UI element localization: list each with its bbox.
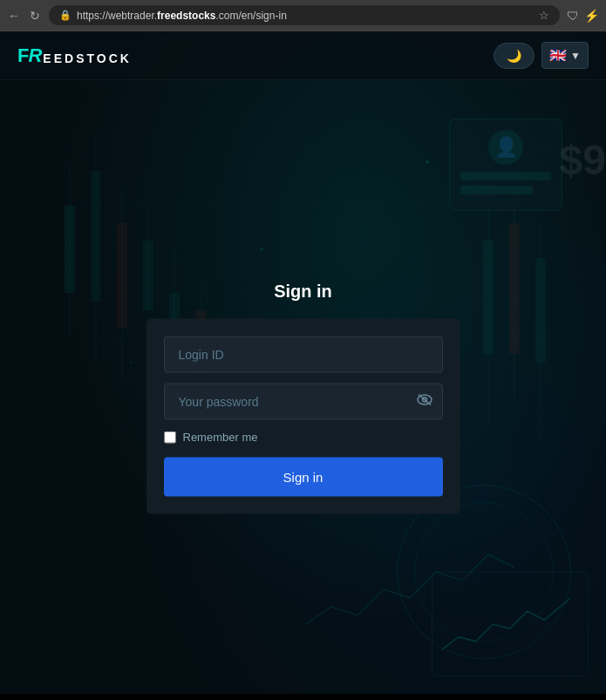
top-nav: FR EEDSTOCK 🌙 🇬🇧 ▼: [0, 31, 606, 80]
logo-fr: FR: [17, 44, 41, 67]
bg-login-card: 👤: [449, 119, 562, 211]
nav-right: 🌙 🇬🇧 ▼: [494, 42, 589, 69]
logo-f-letter: F: [17, 44, 28, 66]
extensions-icon[interactable]: ⚡: [584, 9, 599, 23]
form-card: Remember me Sign in: [146, 319, 460, 514]
bg-bottom-chart: [432, 572, 589, 676]
svg-point-25: [426, 160, 429, 164]
remember-me-row: Remember me: [164, 431, 443, 444]
svg-rect-5: [117, 223, 127, 328]
url-text: https://webtrader.freedstocks.com/en/sig…: [77, 10, 287, 22]
svg-rect-3: [91, 171, 101, 302]
browser-toolbar: ← ↻ 🔒 https://webtrader.freedstocks.com/…: [0, 0, 606, 31]
password-input[interactable]: [164, 384, 443, 420]
svg-rect-21: [535, 258, 546, 363]
bg-avatar-icon: 👤: [488, 130, 523, 165]
remember-me-label: Remember me: [183, 431, 258, 444]
form-container: Sign in Reme: [146, 282, 460, 514]
bg-username-field: [460, 172, 551, 180]
language-selector[interactable]: 🇬🇧 ▼: [541, 42, 589, 69]
browser-chrome: ← ↻ 🔒 https://webtrader.freedstocks.com/…: [0, 0, 606, 31]
logo: FR EEDSTOCK: [17, 44, 132, 67]
flag-icon: 🇬🇧: [549, 47, 567, 64]
login-id-group: [164, 336, 443, 373]
browser-icons: 🛡 ⚡: [567, 9, 599, 23]
shield-icon: 🛡: [567, 9, 579, 23]
svg-rect-1: [65, 206, 75, 293]
svg-rect-19: [509, 223, 520, 354]
remember-me-checkbox[interactable]: [164, 431, 176, 443]
bookmark-icon[interactable]: ☆: [539, 9, 549, 22]
toggle-password-icon[interactable]: [417, 394, 432, 410]
svg-point-27: [130, 362, 133, 364]
logo-r-letter: R: [28, 44, 41, 66]
lang-dropdown-icon: ▼: [570, 50, 581, 62]
address-bar[interactable]: 🔒 https://webtrader.freedstocks.com/en/s…: [49, 5, 560, 25]
lock-icon: 🔒: [59, 10, 71, 21]
bg-password-field: [460, 186, 533, 194]
sign-in-button[interactable]: Sign in: [164, 458, 443, 497]
reload-button[interactable]: ↻: [28, 9, 42, 23]
login-id-input[interactable]: [164, 336, 443, 373]
back-button[interactable]: ←: [7, 9, 21, 23]
bg-dollar-text: $9: [560, 136, 606, 184]
dark-mode-button[interactable]: 🌙: [494, 43, 535, 69]
page: FR EEDSTOCK 🌙 🇬🇧 ▼ 👤 $9 Sign in: [0, 31, 606, 694]
form-title: Sign in: [146, 282, 460, 302]
password-wrapper: [164, 384, 443, 420]
svg-point-26: [260, 248, 263, 251]
logo-eedstock-text: EEDSTOCK: [43, 51, 132, 67]
password-group: [164, 384, 443, 420]
